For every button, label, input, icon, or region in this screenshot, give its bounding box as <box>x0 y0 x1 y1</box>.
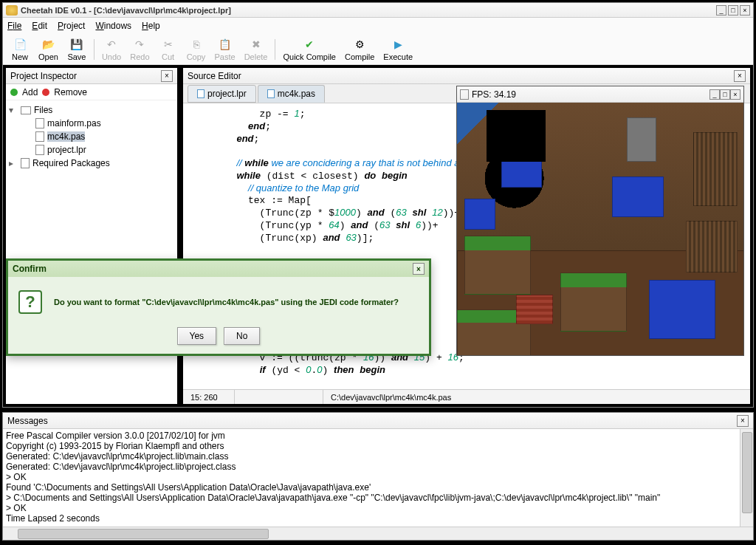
paste-icon: 📋 <box>219 38 232 51</box>
copy-icon: ⎘ <box>190 38 203 51</box>
file-path: C:\dev\javavcl\lpr\mc4k\mc4k.pas <box>323 390 750 404</box>
open-folder-icon: 📂 <box>41 38 55 51</box>
editor-status-bar: 15: 260 C:\dev\javavcl\lpr\mc4k\mc4k.pas <box>183 389 750 404</box>
messages-output[interactable]: Free Pascal Compiler version 3.0.0 [2017… <box>3 429 753 527</box>
delete-button[interactable]: ✖Delete <box>241 36 271 63</box>
new-file-icon: 📄 <box>13 38 27 51</box>
tree-required-packages-node[interactable]: ▸ Required Packages <box>9 157 174 170</box>
open-button[interactable]: 📂Open <box>35 36 61 63</box>
folder-icon <box>21 106 31 114</box>
app-logo-icon <box>6 5 18 16</box>
package-icon <box>21 158 30 168</box>
dialog-title: Confirm <box>13 264 47 274</box>
no-button[interactable]: No <box>224 327 260 345</box>
add-plus-icon <box>10 89 18 96</box>
remove-minus-icon <box>42 89 49 96</box>
paste-button[interactable]: 📋Paste <box>212 36 238 63</box>
menu-file[interactable]: File <box>7 21 21 31</box>
menu-bar: File Edit Project Windows Help <box>3 18 753 34</box>
game-output-window[interactable]: FPS: 34.19 _ □ × <box>456 86 744 356</box>
window-title: Cheetah IDE v0.1 - [C:\dev\javavcl\lpr\m… <box>21 6 716 15</box>
save-button[interactable]: 💾Save <box>64 36 89 63</box>
execute-icon: ▶ <box>391 38 405 51</box>
expand-icon[interactable]: ▸ <box>9 158 18 168</box>
undo-button[interactable]: ↶Undo <box>99 36 124 63</box>
editor-close-button[interactable]: × <box>734 70 746 82</box>
delete-icon: ✖ <box>250 38 263 51</box>
tree-files-node[interactable]: ▾ Files <box>9 103 174 117</box>
editor-title: Source Editor <box>188 71 241 81</box>
cut-button[interactable]: ✂Cut <box>156 36 181 63</box>
tree-file-item[interactable]: project.lpr <box>9 143 174 157</box>
main-toolbar: 📄New 📂Open 💾Save ↶Undo ↷Redo ✂Cut ⎘Copy … <box>3 34 753 65</box>
minimize-button[interactable]: _ <box>716 5 726 16</box>
execute-button[interactable]: ▶Execute <box>380 36 416 63</box>
status-spacer <box>235 390 323 404</box>
messages-close-button[interactable]: × <box>737 415 749 427</box>
menu-project[interactable]: Project <box>58 21 85 31</box>
menu-edit[interactable]: Edit <box>32 21 47 31</box>
fps-label: FPS: 34.19 <box>472 89 516 100</box>
question-icon: ? <box>18 290 42 314</box>
file-icon <box>35 145 44 155</box>
messages-horizontal-scrollbar[interactable] <box>3 527 753 540</box>
redo-icon: ↷ <box>133 38 146 51</box>
redo-button[interactable]: ↷Redo <box>127 36 152 63</box>
remove-button[interactable]: Remove <box>54 87 87 97</box>
document-icon <box>267 89 275 98</box>
file-icon <box>35 118 44 128</box>
check-icon: ✔ <box>303 38 316 51</box>
collapse-icon[interactable]: ▾ <box>9 105 18 115</box>
document-icon <box>197 89 205 98</box>
inspector-close-button[interactable]: × <box>161 70 173 82</box>
yes-button[interactable]: Yes <box>177 327 217 345</box>
messages-title: Messages <box>7 416 48 426</box>
game-minimize-button[interactable]: _ <box>709 89 720 100</box>
game-close-button[interactable]: × <box>730 89 740 100</box>
game-viewport[interactable] <box>457 103 743 355</box>
title-bar[interactable]: Cheetah IDE v0.1 - [C:\dev\javavcl\lpr\m… <box>3 3 753 18</box>
messages-vertical-scrollbar[interactable] <box>740 429 753 527</box>
inspector-title: Project Inspector <box>10 71 77 81</box>
tree-file-item[interactable]: mc4k.pas <box>9 130 174 143</box>
tree-file-item[interactable]: mainform.pas <box>9 117 174 130</box>
dialog-close-button[interactable]: × <box>413 263 425 275</box>
add-button[interactable]: Add <box>22 87 38 97</box>
new-button[interactable]: 📄New <box>7 36 32 63</box>
project-tree: ▾ Files mainform.pas mc4k.pas project.lp… <box>6 100 177 173</box>
copy-button[interactable]: ⎘Copy <box>184 36 209 63</box>
compile-button[interactable]: ⚙Compile <box>342 36 377 63</box>
tab-mc4k-pas[interactable]: mc4k.pas <box>258 85 325 103</box>
file-icon <box>35 131 44 142</box>
messages-window: Messages × Free Pascal Compiler version … <box>2 412 754 541</box>
compile-icon: ⚙ <box>353 38 366 51</box>
menu-help[interactable]: Help <box>142 21 160 31</box>
confirm-dialog: Confirm × ? Do you want to format "C:\de… <box>6 258 431 356</box>
close-button[interactable]: × <box>740 5 750 16</box>
cursor-position: 15: 260 <box>183 390 235 404</box>
save-icon: 💾 <box>70 38 83 51</box>
game-maximize-button[interactable]: □ <box>720 89 730 100</box>
maximize-button[interactable]: □ <box>728 5 738 16</box>
dialog-message: Do you want to format "C:\dev\javavcl\lp… <box>54 298 399 306</box>
tab-project-lpr[interactable]: project.lpr <box>188 85 256 103</box>
cut-icon: ✂ <box>162 38 175 51</box>
menu-windows[interactable]: Windows <box>95 21 131 31</box>
app-window-icon <box>460 89 469 100</box>
undo-icon: ↶ <box>105 38 118 51</box>
quick-compile-button[interactable]: ✔Quick Compile <box>280 36 339 63</box>
